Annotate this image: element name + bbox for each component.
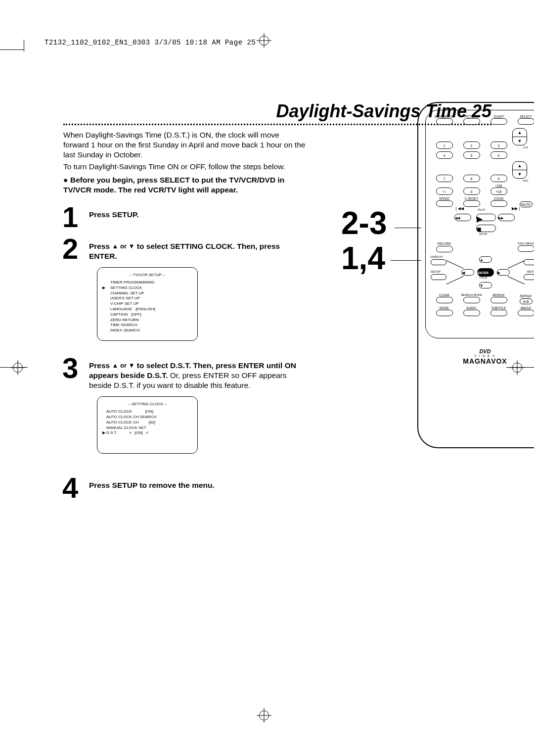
digit-8[interactable]: 8	[463, 175, 480, 182]
step-4-text: Press SETUP to remove the menu.	[89, 481, 215, 489]
label-vol: VOL.	[512, 179, 534, 182]
label-angle: ANGLE	[521, 306, 531, 310]
step-3: 3 Press ▲ or ▼ to select D.S.T. Then, pr…	[63, 361, 306, 454]
osd-setting-clock: – SETTING CLOCK – AUTO CLOCK [ON] AUTO C…	[97, 396, 198, 454]
picture-button[interactable]	[463, 118, 480, 125]
print-slug: T2132_1102_0102_EN1_0303 3/3/05 10:18 AM…	[44, 39, 256, 47]
osd2-item: AUTO CLOCK CH [02]	[102, 420, 192, 425]
label-stop: STOP	[479, 233, 487, 236]
digit-7[interactable]: 7	[436, 175, 453, 182]
callout-1-4: 1,4	[341, 242, 387, 275]
osd1-item: LANGUAGE [ENGLISH]	[102, 307, 192, 312]
label-audio: AUDIO	[467, 306, 477, 310]
mute-button[interactable]: MUTE	[520, 201, 533, 207]
digit-1[interactable]: 1	[436, 142, 453, 149]
display-button[interactable]	[431, 259, 446, 265]
channel-rocker[interactable]: ▲▼	[512, 128, 527, 145]
label-setup: SETUP	[431, 270, 441, 273]
label-mode: MODE	[440, 306, 449, 310]
audio-button[interactable]	[463, 310, 480, 316]
osd1-item: USER'S SET UP	[102, 296, 192, 301]
label-plus100: +100	[495, 184, 502, 188]
fastfwd-button[interactable]: ▶▶	[498, 214, 515, 221]
discmenu-button[interactable]	[518, 245, 534, 252]
page-content: Daylight-Savings Time 25 STANDBY-ON PICT…	[63, 100, 491, 491]
osd2-item: AUTO CLOCK [ON]	[102, 409, 192, 415]
label-discmenu: DISC MENU	[518, 242, 534, 245]
osd-tvvcr-setup: – TV/VCR SETUP – TIMER PROGRAMMING▶SETTI…	[97, 267, 198, 341]
arrows-icon: ▲ or ▼	[112, 242, 135, 250]
arrows-icon-2: ▲ or ▼	[112, 362, 135, 369]
brand-name: MAGNAVOX	[463, 357, 507, 365]
play-button[interactable]: ▶	[476, 214, 496, 221]
intro-block: When Daylight-Savings Time (D.S.T.) is O…	[63, 130, 306, 195]
osd2-item: AUTO CLOCK CH SEARCH	[102, 415, 192, 420]
digit-9[interactable]: 9	[490, 175, 507, 182]
label-record: RECORD	[438, 242, 451, 245]
speed-button[interactable]	[436, 200, 453, 207]
step-2: 2 Press ▲ or ▼ to select SETTING CLOCK. …	[63, 241, 306, 341]
label-subtitle: SUBTITLE	[491, 306, 506, 310]
nav-up-button[interactable]: ▲	[479, 256, 492, 263]
setup-button[interactable]	[431, 274, 446, 280]
digit-4[interactable]: 4	[436, 151, 453, 159]
step-2-text-a: Press	[89, 242, 112, 250]
creset-button[interactable]	[463, 200, 480, 207]
osd1-title: – TV/VCR SETUP –	[102, 273, 192, 278]
select-button[interactable]	[518, 118, 534, 125]
label-zoom: ZOOM	[494, 197, 503, 200]
label-display: DISPLAY	[431, 255, 443, 258]
zoom-button[interactable]	[490, 200, 507, 207]
step-1-number: 1	[62, 203, 78, 232]
volume-rocker[interactable]: ▲▼	[512, 161, 527, 179]
osd2-item: MANUAL CLOCK SET	[102, 425, 192, 431]
nav-cluster: DISPLAY SETUP ▲ ◀ ENTER ▶ ▼ TITLE RETURN	[431, 255, 534, 292]
digit-5[interactable]: 5	[463, 151, 480, 159]
step-3-a: Press	[89, 361, 112, 370]
angle-button[interactable]	[518, 310, 534, 316]
step-4-number: 4	[62, 473, 78, 502]
pause-button[interactable]: I I	[436, 188, 453, 195]
label-searchmode: SEARCH MODE	[461, 293, 482, 296]
label-repeat-ab: REPEAT	[520, 294, 532, 298]
label-sleep: SLEEP	[493, 115, 503, 118]
callout-numbers: 2-3 1,4	[341, 207, 387, 275]
nav-down-button[interactable]: ▼	[479, 282, 492, 288]
rewind-button[interactable]: ◀◀	[454, 214, 471, 221]
right-top-button[interactable]	[524, 259, 534, 265]
nav-right-button[interactable]: ▶	[497, 269, 510, 276]
osd2-title: – SETTING CLOCK –	[102, 402, 192, 407]
standby-button[interactable]	[436, 118, 453, 125]
label-clear: CLEAR	[439, 293, 449, 297]
digit-3[interactable]: 3	[490, 142, 507, 149]
osd1-item: TIMER PROGRAMMING	[102, 280, 192, 285]
intro-bullet: ●Before you begin, press SELECT to put t…	[63, 175, 306, 195]
digit-0[interactable]: 0	[463, 188, 480, 195]
step-1-text: Press SETUP.	[89, 210, 139, 219]
label-return: RETURN	[527, 270, 534, 273]
subtitle-button[interactable]	[490, 310, 507, 316]
sleep-button[interactable]	[490, 118, 507, 125]
plus10-button[interactable]: +10	[490, 188, 507, 195]
enter-button[interactable]: ENTER	[477, 268, 494, 277]
record-button[interactable]	[436, 246, 453, 252]
dvd-logo: DVD	[418, 348, 534, 354]
prev-icon: ❘◀◀	[454, 206, 464, 211]
repeat-button[interactable]	[490, 297, 507, 303]
searchmode-button[interactable]	[463, 297, 480, 303]
nav-left-button[interactable]: ◀	[461, 269, 474, 276]
intro-2: To turn Daylight-Savings Time ON or OFF,…	[63, 162, 306, 172]
mode-button[interactable]	[436, 310, 453, 316]
digit-6[interactable]: 6	[490, 151, 507, 159]
repeat-ab-button[interactable]: A-B	[520, 298, 533, 304]
stop-button[interactable]: ■	[476, 225, 496, 232]
step-3-number: 3	[62, 354, 78, 382]
label-ch: CH.	[512, 146, 534, 149]
step-4: 4 Press SETUP to remove the menu.	[63, 480, 306, 490]
osd1-item: V-CHIP SET UP	[102, 301, 192, 307]
osd1-item: ZERO RETURN	[102, 318, 192, 323]
digit-2[interactable]: 2	[463, 142, 480, 149]
clear-button[interactable]	[436, 297, 453, 303]
label-repeat: REPEAT	[492, 293, 505, 297]
return-button[interactable]	[524, 274, 534, 280]
